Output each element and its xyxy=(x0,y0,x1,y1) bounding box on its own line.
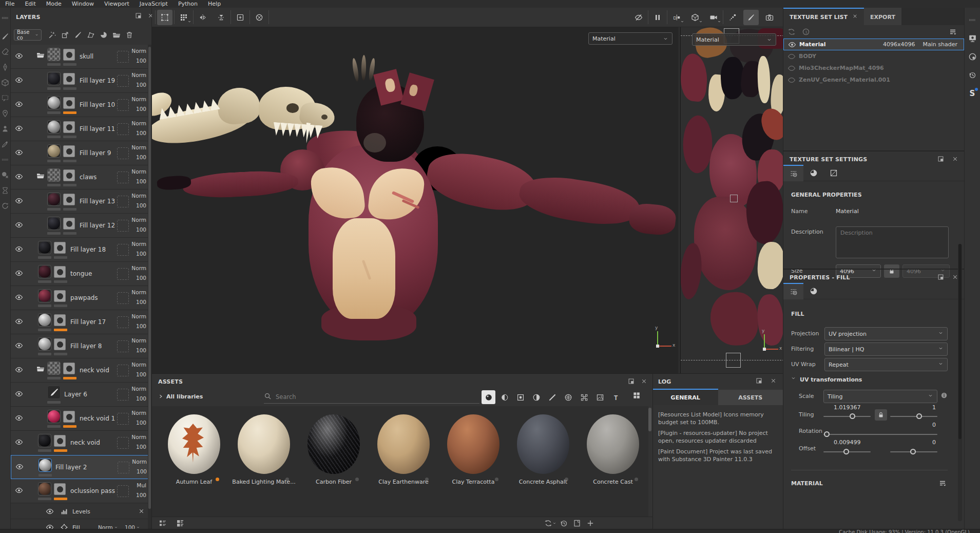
layer-drop-target[interactable] xyxy=(117,340,129,352)
filtering-dropdown[interactable]: Bilinear | HQ xyxy=(824,342,948,356)
toolbar-split-view-button[interactable]: D xyxy=(669,10,684,25)
layer-mask-thumbnail[interactable] xyxy=(54,338,66,350)
layer-name[interactable]: Fill layer 13 xyxy=(80,198,115,205)
layer-blend-dropdown[interactable]: Norm xyxy=(129,313,148,319)
slider-knob[interactable] xyxy=(850,413,855,419)
toolbar-mirror-horizontal-button[interactable] xyxy=(195,10,210,25)
clock-history-icon[interactable] xyxy=(557,518,570,529)
layer-opacity-dropdown[interactable]: 100 xyxy=(129,323,148,329)
grid-layout-icon[interactable] xyxy=(632,391,641,401)
layer-thumbnail[interactable] xyxy=(38,289,51,302)
layer-drop-target[interactable] xyxy=(117,244,129,256)
filter-half-sphere-icon[interactable] xyxy=(529,390,543,404)
tss-close-icon[interactable] xyxy=(951,155,959,163)
layer-name[interactable]: Fill layer 19 xyxy=(80,77,115,84)
layer-thumbnail[interactable] xyxy=(47,386,61,399)
layer-opacity-dropdown[interactable]: 100 xyxy=(129,130,148,136)
layer-visibility-icon[interactable] xyxy=(15,245,23,253)
layer-mask-thumbnail[interactable] xyxy=(54,483,66,495)
assets-close-icon[interactable] xyxy=(640,377,648,385)
layer-drop-target[interactable] xyxy=(117,172,129,183)
effect-name[interactable]: Levels xyxy=(72,508,90,515)
layer-row[interactable]: Fill layer 17Norm100 xyxy=(11,310,148,334)
layer-mask-thumbnail[interactable] xyxy=(63,121,75,133)
slider-knob[interactable] xyxy=(843,449,849,454)
layer-thumbnail[interactable] xyxy=(47,193,61,206)
toolbar-grid-options-button[interactable] xyxy=(176,10,191,25)
group-folder-icon[interactable] xyxy=(36,172,45,180)
layer-opacity-dropdown[interactable]: 100 xyxy=(129,226,148,233)
thumbnail-list-large-icon[interactable] xyxy=(174,518,187,529)
layer-visibility-icon[interactable] xyxy=(15,463,24,471)
layer-drop-target[interactable] xyxy=(117,437,129,449)
layer-drop-target[interactable] xyxy=(117,220,129,232)
toolbar-perspective-cube-button[interactable] xyxy=(687,10,703,25)
new-resource-icon[interactable] xyxy=(570,518,584,529)
filter-image-square-icon[interactable] xyxy=(513,390,527,404)
asset-material[interactable]: Concrete Cast xyxy=(578,414,648,485)
menu-file[interactable]: File xyxy=(0,0,20,8)
layer-thumbnail[interactable] xyxy=(47,361,61,375)
export-layer-icon[interactable] xyxy=(59,29,71,41)
delete-trash-icon[interactable] xyxy=(123,29,136,41)
layer-opacity-dropdown[interactable]: 100 xyxy=(129,58,148,64)
smart-material-icon[interactable] xyxy=(97,29,110,41)
layer-opacity-dropdown[interactable]: 100 xyxy=(129,395,148,402)
tool-clone-person[interactable] xyxy=(0,121,10,137)
layer-row[interactable]: clawsNorm100 xyxy=(11,165,148,189)
layer-row[interactable]: Fill layer 12Norm100 xyxy=(11,214,148,238)
layer-mask-thumbnail[interactable] xyxy=(54,242,66,254)
filter-picture-frame-icon[interactable] xyxy=(593,390,607,404)
tab-pf-material[interactable] xyxy=(803,283,823,299)
texture-set-solo-icon[interactable]: 1 xyxy=(802,28,810,36)
layer-blend-dropdown[interactable]: Norm xyxy=(129,265,148,271)
layer-row[interactable]: pawpadsNorm100 xyxy=(11,286,148,310)
paint-layer-icon[interactable] xyxy=(71,29,84,41)
tab-texture-set-list[interactable]: TEXTURE SET LIST xyxy=(783,8,864,25)
layer-blend-dropdown[interactable]: Norm xyxy=(129,120,148,126)
layer-effect-row[interactable]: FillNorm100 xyxy=(11,519,148,529)
layer-drop-target[interactable] xyxy=(117,51,129,63)
layer-blend-dropdown[interactable]: Norm xyxy=(129,337,148,344)
tiling-lock-button[interactable] xyxy=(875,409,887,421)
all-libraries-label[interactable]: All libraries xyxy=(166,393,203,400)
layer-thumbnail[interactable] xyxy=(47,48,61,61)
list-options-icon[interactable] xyxy=(949,28,957,36)
layer-blend-dropdown[interactable]: Norm xyxy=(129,459,148,465)
layer-blend-dropdown[interactable]: Norm xyxy=(129,193,148,199)
layer-thumbnail[interactable] xyxy=(47,96,61,109)
layer-blend-dropdown[interactable]: Norm xyxy=(129,434,148,440)
layer-row[interactable]: neck voidNorm100 xyxy=(11,431,148,455)
tool-hourglass[interactable] xyxy=(0,183,10,198)
layer-visibility-icon[interactable] xyxy=(15,414,23,422)
layer-thumbnail[interactable] xyxy=(38,265,51,278)
layer-thumbnail[interactable] xyxy=(38,241,51,254)
tool-divider-dots[interactable] xyxy=(0,152,10,167)
layer-visibility-icon[interactable] xyxy=(15,269,23,277)
layer-drop-target[interactable] xyxy=(117,196,129,207)
texture-set-visibility-icon[interactable] xyxy=(787,52,796,61)
tab-tss-channels[interactable] xyxy=(803,165,823,181)
layer-visibility-icon[interactable] xyxy=(15,124,23,132)
layer-thumbnail[interactable] xyxy=(38,482,51,496)
slider-knob[interactable] xyxy=(824,431,830,437)
filter-pattern-grid-icon[interactable] xyxy=(577,390,591,404)
layer-drop-target[interactable] xyxy=(117,99,129,111)
asset-material[interactable]: Baked Lighting Mate... xyxy=(229,414,299,485)
tool-selection-bubble[interactable] xyxy=(0,90,10,106)
layer-row[interactable]: Fill layer 18Norm100 xyxy=(11,238,148,262)
menu-python[interactable]: Python xyxy=(173,0,203,8)
layer-thumbnail[interactable] xyxy=(47,217,61,230)
layer-drop-target[interactable] xyxy=(117,147,129,159)
layer-blend-dropdown[interactable]: Norm xyxy=(129,48,148,54)
layer-name[interactable]: Fill layer 11 xyxy=(80,125,115,132)
group-folder-icon[interactable] xyxy=(36,51,45,59)
layer-name[interactable]: neck void 1 xyxy=(80,415,115,422)
channel-filter-dropdown[interactable]: Base co xyxy=(14,29,42,41)
toolbar-camera-photo-button[interactable] xyxy=(762,10,777,25)
log-tab-assets[interactable]: ASSETS xyxy=(718,390,783,405)
texture-set-visibility-icon[interactable] xyxy=(787,64,796,72)
layer-blend-dropdown[interactable]: Norm xyxy=(129,386,148,392)
layer-visibility-icon[interactable] xyxy=(15,52,23,60)
texture-set-row[interactable]: BODY xyxy=(783,50,964,62)
